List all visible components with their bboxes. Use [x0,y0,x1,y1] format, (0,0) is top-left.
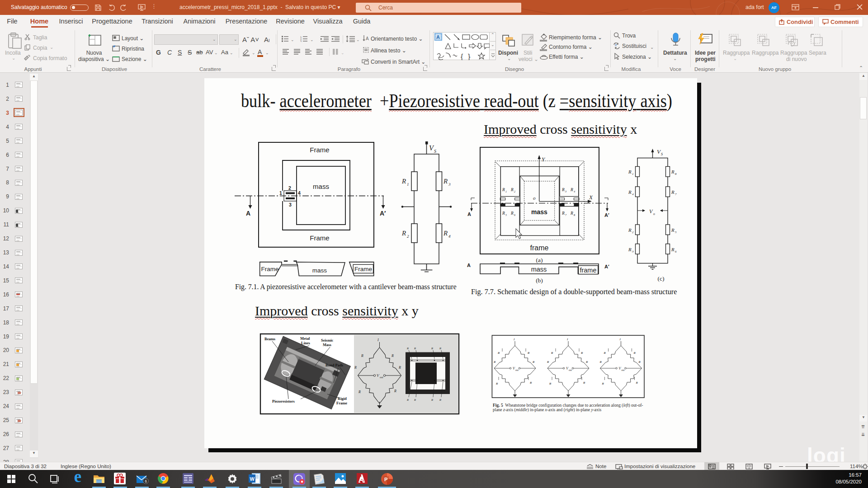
svg-text:3: 3 [632,250,634,253]
svg-text:R: R [510,211,514,216]
svg-text:R: R [671,227,675,233]
svg-text:7: 7 [675,192,677,196]
svg-text:A′: A′ [604,264,609,269]
svg-text:7: 7 [565,214,567,216]
svg-text:(b): (b) [536,277,543,284]
svg-text:8: 8 [675,172,677,176]
svg-text:R: R [583,381,585,385]
svg-text:Piezoresistors: Piezoresistors [272,399,295,404]
svg-text:mass: mass [531,208,547,216]
svg-text:R: R [414,398,416,401]
svg-text:Frame: Frame [336,401,347,405]
svg-text:P: P [384,477,387,482]
svg-text:R: R [570,188,573,192]
svg-text:R: R [638,360,641,364]
svg-text:X: X [589,194,593,201]
svg-text:R: R [604,351,606,355]
svg-text:Bond Pads: Bond Pads [326,363,344,367]
svg-text:R: R [406,347,409,350]
svg-text:R: R [414,347,416,350]
svg-text:2: 2 [514,190,515,193]
svg-text:o: o [533,195,536,201]
svg-text:2: 2 [407,234,409,239]
svg-text:R: R [401,178,406,185]
svg-text:R: R [549,382,552,385]
svg-text:R: R [585,360,588,364]
svg-text:mass: mass [313,183,329,190]
svg-text:R: R [510,188,514,192]
svg-text:}: } [468,53,471,60]
svg-text:8: 8 [574,214,575,216]
svg-text:A: A [246,210,250,217]
svg-text:R: R [443,178,448,185]
svg-text:R: R [497,351,500,355]
svg-text:(c): (c) [658,275,665,282]
svg-text:R: R [532,360,535,364]
svg-text:Frame: Frame [310,234,329,242]
svg-text:3.: 3. [300,40,302,42]
svg-text:Seismic: Seismic [321,338,334,343]
svg-text:R: R [394,389,396,393]
svg-text:W: W [250,476,255,482]
svg-text:V: V [649,208,653,215]
svg-text:frame: frame [530,244,549,252]
svg-text:{: { [461,53,463,60]
svg-text:R: R [406,398,409,401]
svg-text:mass: mass [531,266,547,273]
svg-text:R: R [602,382,604,385]
svg-text:4: 4 [632,192,634,196]
svg-text:R: R [401,230,406,237]
svg-text:4: 4 [574,190,575,193]
svg-text:3: 3 [448,182,451,187]
svg-text:R: R [671,189,675,195]
svg-text:Y: Y [542,156,546,163]
svg-text:b: b [615,43,617,47]
svg-text:2: 2 [288,185,291,191]
svg-text:R: R [398,366,401,370]
svg-text:2: 2 [632,230,634,234]
svg-text:Rigid: Rigid [338,396,347,401]
svg-text:R: R [636,381,638,385]
svg-text:R: R [628,189,632,195]
svg-text:R: R [493,360,496,364]
svg-text:out: out [515,369,519,371]
svg-text:frame: frame [580,267,596,274]
svg-text:5: 5 [505,214,507,216]
svg-text:R: R [671,247,675,252]
svg-text:Beams: Beams [264,337,276,341]
svg-text:1: 1 [505,190,507,193]
svg-text:R: R [354,366,357,370]
svg-text:R: R [547,360,549,364]
svg-text:R: R [431,398,433,401]
svg-text:A: A [467,263,471,268]
svg-text:4: 4 [448,234,451,239]
svg-text:R: R [633,351,636,355]
svg-text:R: R [439,398,441,401]
svg-text:1: 1 [407,182,409,187]
svg-text:R: R [599,360,602,364]
svg-text:out: out [622,369,625,371]
svg-text:A′: A′ [380,210,386,217]
svg-text:R: R [529,381,532,385]
svg-text:R: R [439,347,441,350]
svg-text:R: R [580,351,583,355]
svg-text:3: 3 [565,190,566,193]
svg-text:5: 5 [675,230,677,234]
svg-text:R: R [570,211,573,216]
svg-text:A: A [436,34,440,40]
svg-text:R: R [361,354,363,358]
svg-text:I: I [377,338,379,342]
svg-text:Lines: Lines [301,341,311,345]
svg-text:mass: mass [312,267,327,274]
svg-text:1: 1 [632,172,634,176]
svg-text:R: R [502,211,505,216]
svg-text:out: out [569,369,572,371]
svg-text:R: R [561,211,565,216]
svg-text:Mass: Mass [323,343,332,347]
svg-text:o: o [653,212,655,216]
svg-text:R: R [628,227,632,233]
svg-text:A′: A′ [604,212,609,218]
svg-text:A: A [467,211,471,217]
svg-text:out: out [380,376,383,379]
svg-text:Metal: Metal [300,336,310,341]
